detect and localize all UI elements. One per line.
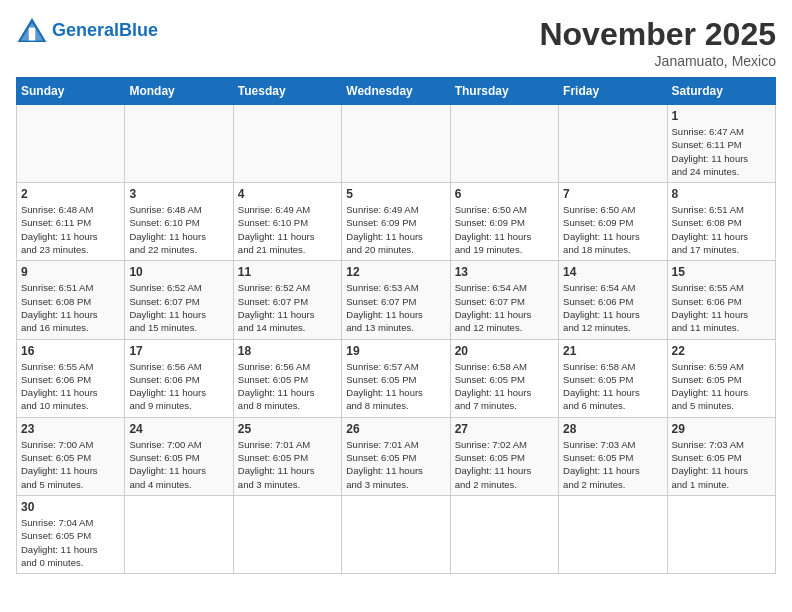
calendar: SundayMondayTuesdayWednesdayThursdayFrid…	[16, 77, 776, 574]
calendar-day-cell	[342, 495, 450, 573]
day-number: 2	[21, 187, 120, 201]
location: Janamuato, Mexico	[539, 53, 776, 69]
calendar-day-cell	[125, 105, 233, 183]
day-info: Sunrise: 6:55 AM Sunset: 6:06 PM Dayligh…	[21, 360, 120, 413]
calendar-day-cell: 26Sunrise: 7:01 AM Sunset: 6:05 PM Dayli…	[342, 417, 450, 495]
calendar-day-cell: 6Sunrise: 6:50 AM Sunset: 6:09 PM Daylig…	[450, 183, 558, 261]
calendar-day-cell	[667, 495, 775, 573]
day-info: Sunrise: 6:49 AM Sunset: 6:10 PM Dayligh…	[238, 203, 337, 256]
day-info: Sunrise: 6:56 AM Sunset: 6:05 PM Dayligh…	[238, 360, 337, 413]
day-number: 23	[21, 422, 120, 436]
day-info: Sunrise: 7:00 AM Sunset: 6:05 PM Dayligh…	[21, 438, 120, 491]
day-info: Sunrise: 7:03 AM Sunset: 6:05 PM Dayligh…	[563, 438, 662, 491]
calendar-day-cell: 15Sunrise: 6:55 AM Sunset: 6:06 PM Dayli…	[667, 261, 775, 339]
day-info: Sunrise: 7:02 AM Sunset: 6:05 PM Dayligh…	[455, 438, 554, 491]
day-info: Sunrise: 6:54 AM Sunset: 6:06 PM Dayligh…	[563, 281, 662, 334]
weekday-header: Wednesday	[342, 78, 450, 105]
day-number: 21	[563, 344, 662, 358]
calendar-day-cell: 8Sunrise: 6:51 AM Sunset: 6:08 PM Daylig…	[667, 183, 775, 261]
calendar-day-cell: 30Sunrise: 7:04 AM Sunset: 6:05 PM Dayli…	[17, 495, 125, 573]
day-info: Sunrise: 6:51 AM Sunset: 6:08 PM Dayligh…	[21, 281, 120, 334]
day-number: 4	[238, 187, 337, 201]
day-number: 29	[672, 422, 771, 436]
day-number: 7	[563, 187, 662, 201]
day-info: Sunrise: 6:48 AM Sunset: 6:11 PM Dayligh…	[21, 203, 120, 256]
day-number: 12	[346, 265, 445, 279]
calendar-week-row: 2Sunrise: 6:48 AM Sunset: 6:11 PM Daylig…	[17, 183, 776, 261]
day-info: Sunrise: 6:58 AM Sunset: 6:05 PM Dayligh…	[563, 360, 662, 413]
calendar-day-cell: 3Sunrise: 6:48 AM Sunset: 6:10 PM Daylig…	[125, 183, 233, 261]
weekday-header: Tuesday	[233, 78, 341, 105]
day-info: Sunrise: 6:59 AM Sunset: 6:05 PM Dayligh…	[672, 360, 771, 413]
calendar-day-cell	[559, 495, 667, 573]
calendar-day-cell	[450, 495, 558, 573]
calendar-day-cell	[125, 495, 233, 573]
day-number: 19	[346, 344, 445, 358]
calendar-day-cell: 5Sunrise: 6:49 AM Sunset: 6:09 PM Daylig…	[342, 183, 450, 261]
calendar-day-cell: 28Sunrise: 7:03 AM Sunset: 6:05 PM Dayli…	[559, 417, 667, 495]
day-number: 11	[238, 265, 337, 279]
calendar-day-cell: 12Sunrise: 6:53 AM Sunset: 6:07 PM Dayli…	[342, 261, 450, 339]
calendar-day-cell: 7Sunrise: 6:50 AM Sunset: 6:09 PM Daylig…	[559, 183, 667, 261]
calendar-day-cell	[450, 105, 558, 183]
day-number: 18	[238, 344, 337, 358]
day-info: Sunrise: 6:52 AM Sunset: 6:07 PM Dayligh…	[238, 281, 337, 334]
calendar-day-cell: 13Sunrise: 6:54 AM Sunset: 6:07 PM Dayli…	[450, 261, 558, 339]
calendar-day-cell: 9Sunrise: 6:51 AM Sunset: 6:08 PM Daylig…	[17, 261, 125, 339]
calendar-day-cell: 1Sunrise: 6:47 AM Sunset: 6:11 PM Daylig…	[667, 105, 775, 183]
calendar-day-cell: 25Sunrise: 7:01 AM Sunset: 6:05 PM Dayli…	[233, 417, 341, 495]
calendar-week-row: 9Sunrise: 6:51 AM Sunset: 6:08 PM Daylig…	[17, 261, 776, 339]
weekday-header: Monday	[125, 78, 233, 105]
calendar-day-cell	[342, 105, 450, 183]
calendar-day-cell: 2Sunrise: 6:48 AM Sunset: 6:11 PM Daylig…	[17, 183, 125, 261]
day-info: Sunrise: 6:49 AM Sunset: 6:09 PM Dayligh…	[346, 203, 445, 256]
page-header: GeneralBlue November 2025 Janamuato, Mex…	[16, 16, 776, 69]
day-info: Sunrise: 6:50 AM Sunset: 6:09 PM Dayligh…	[455, 203, 554, 256]
day-number: 24	[129, 422, 228, 436]
day-number: 14	[563, 265, 662, 279]
day-info: Sunrise: 6:48 AM Sunset: 6:10 PM Dayligh…	[129, 203, 228, 256]
month-title: November 2025	[539, 16, 776, 53]
day-info: Sunrise: 6:47 AM Sunset: 6:11 PM Dayligh…	[672, 125, 771, 178]
calendar-day-cell: 29Sunrise: 7:03 AM Sunset: 6:05 PM Dayli…	[667, 417, 775, 495]
calendar-day-cell: 20Sunrise: 6:58 AM Sunset: 6:05 PM Dayli…	[450, 339, 558, 417]
calendar-day-cell: 24Sunrise: 7:00 AM Sunset: 6:05 PM Dayli…	[125, 417, 233, 495]
weekday-header: Sunday	[17, 78, 125, 105]
title-section: November 2025 Janamuato, Mexico	[539, 16, 776, 69]
calendar-day-cell: 27Sunrise: 7:02 AM Sunset: 6:05 PM Dayli…	[450, 417, 558, 495]
day-info: Sunrise: 6:54 AM Sunset: 6:07 PM Dayligh…	[455, 281, 554, 334]
day-info: Sunrise: 7:01 AM Sunset: 6:05 PM Dayligh…	[346, 438, 445, 491]
day-number: 22	[672, 344, 771, 358]
weekday-header: Friday	[559, 78, 667, 105]
logo-icon	[16, 16, 48, 44]
day-info: Sunrise: 6:58 AM Sunset: 6:05 PM Dayligh…	[455, 360, 554, 413]
calendar-week-row: 1Sunrise: 6:47 AM Sunset: 6:11 PM Daylig…	[17, 105, 776, 183]
svg-rect-2	[29, 28, 35, 41]
day-number: 28	[563, 422, 662, 436]
day-info: Sunrise: 6:52 AM Sunset: 6:07 PM Dayligh…	[129, 281, 228, 334]
day-info: Sunrise: 6:56 AM Sunset: 6:06 PM Dayligh…	[129, 360, 228, 413]
day-number: 10	[129, 265, 228, 279]
calendar-day-cell: 16Sunrise: 6:55 AM Sunset: 6:06 PM Dayli…	[17, 339, 125, 417]
weekday-header: Saturday	[667, 78, 775, 105]
day-info: Sunrise: 7:04 AM Sunset: 6:05 PM Dayligh…	[21, 516, 120, 569]
day-number: 26	[346, 422, 445, 436]
logo-text: GeneralBlue	[52, 20, 158, 41]
day-number: 6	[455, 187, 554, 201]
calendar-header-row: SundayMondayTuesdayWednesdayThursdayFrid…	[17, 78, 776, 105]
day-number: 9	[21, 265, 120, 279]
calendar-week-row: 16Sunrise: 6:55 AM Sunset: 6:06 PM Dayli…	[17, 339, 776, 417]
calendar-day-cell: 4Sunrise: 6:49 AM Sunset: 6:10 PM Daylig…	[233, 183, 341, 261]
day-info: Sunrise: 6:57 AM Sunset: 6:05 PM Dayligh…	[346, 360, 445, 413]
day-number: 17	[129, 344, 228, 358]
calendar-day-cell: 17Sunrise: 6:56 AM Sunset: 6:06 PM Dayli…	[125, 339, 233, 417]
day-number: 5	[346, 187, 445, 201]
calendar-day-cell: 22Sunrise: 6:59 AM Sunset: 6:05 PM Dayli…	[667, 339, 775, 417]
calendar-day-cell: 11Sunrise: 6:52 AM Sunset: 6:07 PM Dayli…	[233, 261, 341, 339]
calendar-week-row: 30Sunrise: 7:04 AM Sunset: 6:05 PM Dayli…	[17, 495, 776, 573]
day-number: 1	[672, 109, 771, 123]
logo: GeneralBlue	[16, 16, 158, 44]
calendar-day-cell	[559, 105, 667, 183]
day-number: 30	[21, 500, 120, 514]
day-number: 15	[672, 265, 771, 279]
